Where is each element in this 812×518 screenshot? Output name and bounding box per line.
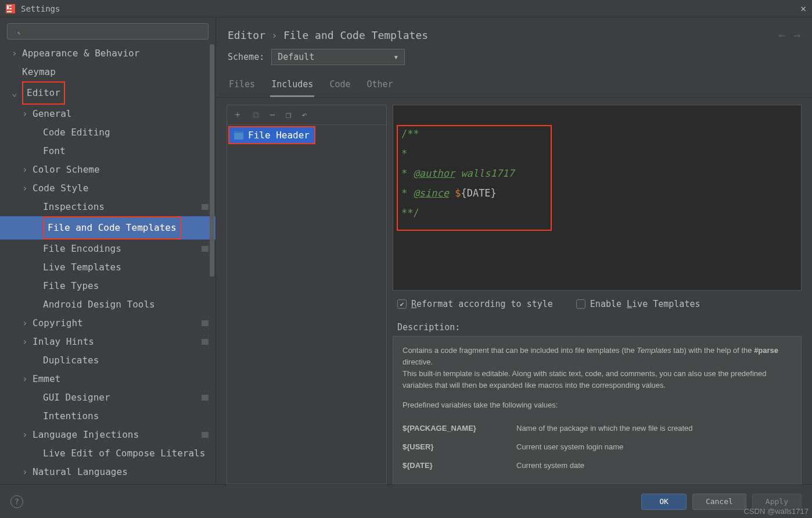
scheme-select[interactable]: Default ▾ xyxy=(271,49,405,65)
watermark: CSDN @walls1717 xyxy=(744,507,809,516)
tree-item-label: Live Edit of Compose Literals xyxy=(43,444,209,463)
chevron-icon: ⌄ xyxy=(12,84,19,102)
checkbox-icon xyxy=(576,299,585,309)
tree-item-language-injections[interactable]: ›Language Injections xyxy=(0,426,215,444)
tree-item-label: Emmet xyxy=(33,370,209,388)
breadcrumb-root: Editor xyxy=(228,29,265,41)
description-label: Description: xyxy=(393,317,802,336)
reformat-checkbox[interactable]: Reformat according to style xyxy=(397,299,553,309)
tree-item-live-templates[interactable]: Live Templates xyxy=(0,258,215,277)
template-item-file-header[interactable]: File Header xyxy=(229,127,314,143)
tree-item-emmet[interactable]: ›Emmet xyxy=(0,370,215,388)
folder-icon xyxy=(234,131,243,140)
tree-item-general[interactable]: ›General xyxy=(0,105,215,123)
tree-item-file-encodings[interactable]: File Encodings xyxy=(0,240,215,258)
scope-badge-icon xyxy=(202,395,209,401)
breadcrumb: Editor › File and Code Templates xyxy=(228,29,778,41)
scope-badge-icon xyxy=(202,432,209,438)
tree-item-label: Live Templates xyxy=(43,258,209,277)
window-title: Settings xyxy=(21,4,800,13)
tree-item-label: Appearance & Behavior xyxy=(22,44,209,63)
tab-includes[interactable]: Includes xyxy=(270,73,314,97)
add-icon[interactable]: ＋ xyxy=(233,109,242,121)
highlight-box: Editor xyxy=(22,81,65,105)
revert-icon[interactable]: ↶ xyxy=(301,109,307,120)
template-editor-pane: /** * * @author walls1717 * @since ${DAT… xyxy=(393,105,802,484)
tab-other[interactable]: Other xyxy=(366,73,394,97)
tree-item-intentions[interactable]: Intentions xyxy=(0,407,215,426)
tree-item-label: File and Code Templates xyxy=(48,222,177,233)
tree-item-label: Inlay Hints xyxy=(33,333,202,351)
tab-code[interactable]: Code xyxy=(328,73,351,97)
remove-icon[interactable]: − xyxy=(270,109,275,120)
template-item-label: File Header xyxy=(248,130,310,141)
tree-item-file-and-code-templates[interactable]: File and Code Templates xyxy=(0,216,215,240)
content-pane: Editor › File and Code Templates ← → Sch… xyxy=(216,17,812,484)
ok-button[interactable]: OK xyxy=(641,494,687,510)
tree-item-file-types[interactable]: File Types xyxy=(0,277,215,295)
tree-item-label: Font xyxy=(43,142,209,160)
chevron-icon: › xyxy=(22,333,29,351)
tree-item-code-style[interactable]: ›Code Style xyxy=(0,179,215,198)
svg-rect-2 xyxy=(9,5,12,6)
tree-item-keymap[interactable]: Keymap xyxy=(0,63,215,81)
tree-item-font[interactable]: Font xyxy=(0,142,215,160)
description-box: Contains a code fragment that can be inc… xyxy=(393,336,802,484)
settings-tree: ›Appearance & BehaviorKeymap⌄Editor›Gene… xyxy=(0,44,215,484)
copy-template-icon[interactable]: ⧉ xyxy=(253,109,259,120)
scope-badge-icon xyxy=(202,246,209,252)
tree-item-inlay-hints[interactable]: ›Inlay Hints xyxy=(0,333,215,351)
highlight-box: File and Code Templates xyxy=(43,216,181,240)
template-editor[interactable]: /** * * @author walls1717 * @since ${DAT… xyxy=(393,105,802,291)
tree-item-label: Intentions xyxy=(43,407,209,426)
help-icon[interactable]: ? xyxy=(10,495,23,508)
variable-desc: Current system date xyxy=(516,460,792,471)
tree-item-color-scheme[interactable]: ›Color Scheme xyxy=(0,160,215,179)
tree-item-copyright[interactable]: ›Copyright xyxy=(0,314,215,333)
highlight-box xyxy=(397,125,552,231)
tab-files[interactable]: Files xyxy=(228,73,256,97)
tree-item-duplicates[interactable]: Duplicates xyxy=(0,351,215,370)
scope-badge-icon xyxy=(202,204,209,210)
template-list: File Header xyxy=(227,125,386,484)
tree-item-android-design-tools[interactable]: Android Design Tools xyxy=(0,295,215,314)
tree-item-label: File Encodings xyxy=(43,240,202,258)
chevron-icon: › xyxy=(22,105,29,123)
tree-item-appearance-behavior[interactable]: ›Appearance & Behavior xyxy=(0,44,215,63)
nav-arrows: ← → xyxy=(778,28,800,42)
duplicate-icon[interactable]: ❐ xyxy=(286,109,292,120)
tree-item-label: Code Editing xyxy=(43,123,209,142)
forward-icon[interactable]: → xyxy=(793,28,800,42)
chevron-icon: › xyxy=(12,44,19,63)
tree-item-label: Code Style xyxy=(33,179,209,198)
cancel-button[interactable]: Cancel xyxy=(692,494,746,510)
close-icon[interactable]: ✕ xyxy=(800,3,806,14)
variable-name: ${USER} xyxy=(403,441,516,453)
chevron-right-icon: › xyxy=(271,29,278,41)
search-input[interactable] xyxy=(7,23,209,40)
tree-item-label: General xyxy=(33,105,209,123)
back-icon[interactable]: ← xyxy=(778,28,785,42)
chevron-icon: › xyxy=(22,426,29,444)
breadcrumb-current: File and Code Templates xyxy=(283,29,428,41)
svg-rect-1 xyxy=(7,5,9,9)
tree-item-gui-designer[interactable]: GUI Designer xyxy=(0,388,215,407)
tree-item-label: Android Design Tools xyxy=(43,295,209,314)
tree-item-code-editing[interactable]: Code Editing xyxy=(0,123,215,142)
chevron-down-icon: ▾ xyxy=(393,52,398,62)
template-tabs: FilesIncludesCodeOther xyxy=(216,73,812,98)
tree-item-live-edit-of-compose-literals[interactable]: Live Edit of Compose Literals xyxy=(0,444,215,463)
tree-item-natural-languages[interactable]: ›Natural Languages xyxy=(0,463,215,481)
tree-item-label: Duplicates xyxy=(43,351,209,370)
tree-item-label: Editor xyxy=(27,87,60,98)
svg-rect-3 xyxy=(9,8,12,9)
tree-item-inspections[interactable]: Inspections xyxy=(0,198,215,216)
variable-row: ${DATE}Current system date xyxy=(403,456,792,475)
scrollbar-thumb[interactable] xyxy=(210,44,214,277)
chevron-icon: › xyxy=(22,179,29,198)
svg-rect-4 xyxy=(7,11,12,12)
tree-item-editor[interactable]: ⌄Editor xyxy=(0,81,215,105)
template-list-pane: ＋ ⧉ − ❐ ↶ File Header xyxy=(227,105,387,484)
scheme-label: Scheme: xyxy=(228,52,264,62)
enable-live-templates-checkbox[interactable]: Enable Live Templates xyxy=(576,299,700,309)
